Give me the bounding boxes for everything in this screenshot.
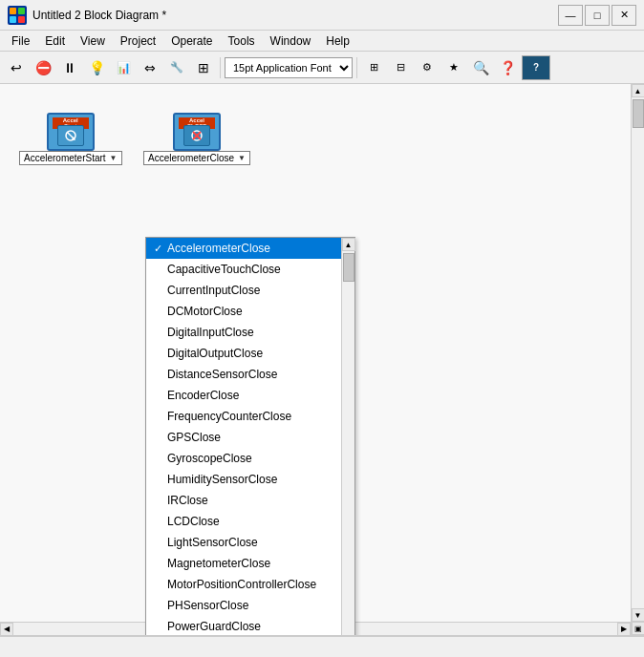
dropdown-item-label-7: EncoderClose — [167, 389, 239, 402]
svg-rect-1 — [10, 8, 16, 14]
block-close-label: AccelerometerClose — [148, 153, 234, 163]
dropdown-item-17[interactable]: PHSensorClose — [146, 595, 354, 616]
dropdown-item-10[interactable]: GyroscopeClose — [146, 448, 354, 469]
dropdown-item-label-6: DistanceSensorClose — [167, 368, 277, 381]
scroll-left-arrow[interactable]: ◀ — [0, 623, 13, 636]
dropdown-item-4[interactable]: DigitalInputClose — [146, 322, 354, 343]
accel-close-body — [183, 125, 210, 146]
dropdown-item-label-11: HumiditySensorClose — [167, 473, 277, 486]
canvas-scrollbar-v[interactable]: ▲ ▼ ▣ — [631, 84, 644, 635]
tb-align-button[interactable]: ⊞ — [361, 55, 386, 80]
block-start-icon: AccelStart — [47, 113, 95, 151]
dropdown-item-label-18: PowerGuardClose — [167, 620, 261, 633]
dropdown-item-14[interactable]: LightSensorClose — [146, 532, 354, 553]
tb-zoom-button[interactable]: 🔍 — [468, 55, 493, 80]
tb-back-button[interactable]: ↩ — [4, 55, 29, 80]
menu-bar: FileEditViewProjectOperateToolsWindowHel… — [0, 31, 644, 52]
minimize-button[interactable]: — — [558, 5, 583, 26]
dropdown-item-label-3: DCMotorClose — [167, 305, 243, 318]
block-start[interactable]: AccelStart AccelerometerStart ▼ — [19, 113, 122, 165]
context-help-button[interactable]: ? — [522, 55, 550, 80]
menu-item-tools[interactable]: Tools — [221, 31, 263, 51]
dropdown-item-label-12: IRClose — [167, 494, 208, 507]
dropdown-item-label-14: LightSensorClose — [167, 536, 258, 549]
tb-star-button[interactable]: ★ — [441, 55, 466, 80]
block-close[interactable]: AccelCLOSE AccelerometerClose ▼ — [143, 113, 250, 165]
dropdown-item-label-15: MagnetometerClose — [167, 557, 270, 570]
tb-distribute-button[interactable]: ⊟ — [388, 55, 413, 80]
scroll-up-arrow[interactable]: ▲ — [632, 84, 645, 97]
dropdown-item-12[interactable]: IRClose — [146, 490, 354, 511]
dropdown-item-8[interactable]: FrequencyCounterClose — [146, 406, 354, 427]
title-bar: Untitled 2 Block Diagram * — □ ✕ — [0, 0, 644, 31]
status-bar — [0, 636, 644, 657]
dropdown-item-0[interactable]: ✓AccelerometerClose — [146, 238, 354, 259]
dropdown-item-6[interactable]: DistanceSensorClose — [146, 364, 354, 385]
toolbar-separator-2 — [356, 57, 357, 78]
menu-item-file[interactable]: File — [4, 31, 37, 51]
dropdown-item-1[interactable]: CapacitiveTouchClose — [146, 259, 354, 280]
canvas-area: AccelStart AccelerometerStart ▼ AccelCLO… — [0, 84, 644, 636]
menu-item-operate[interactable]: Operate — [163, 31, 220, 51]
dropdown-item-label-0: AccelerometerClose — [167, 242, 270, 255]
tb-chart-button[interactable]: 📊 — [111, 55, 136, 80]
maximize-button[interactable]: □ — [585, 5, 610, 26]
window-title: Untitled 2 Block Diagram * — [32, 9, 558, 22]
dropdown-item-9[interactable]: GPSClose — [146, 427, 354, 448]
close-button[interactable]: ✕ — [612, 5, 636, 26]
tb-gear-button[interactable]: ⚙ — [415, 55, 440, 80]
dropdown-item-5[interactable]: DigitalOutputClose — [146, 343, 354, 364]
block-close-dropdown-arrow: ▼ — [238, 154, 246, 162]
dropdown-item-15[interactable]: MagnetometerClose — [146, 553, 354, 574]
block-start-label-container[interactable]: AccelerometerStart ▼ — [19, 151, 122, 165]
dropdown-item-3[interactable]: DCMotorClose — [146, 301, 354, 322]
dropdown-item-label-8: FrequencyCounterClose — [167, 410, 291, 423]
toolbar: ↩ ⛔ ⏸ 💡 📊 ⇔ 🔧 ⊞ 15pt Application Font ⊞ … — [0, 52, 644, 84]
svg-rect-4 — [18, 16, 25, 23]
tb-pause-button[interactable]: ⏸ — [57, 55, 82, 80]
dropdown-item-label-13: LCDClose — [167, 515, 220, 528]
scroll-right-arrow[interactable]: ▶ — [617, 623, 631, 636]
dropdown-item-18[interactable]: PowerGuardClose — [146, 616, 354, 636]
window-controls: — □ ✕ — [558, 5, 636, 26]
tb-grid-button[interactable]: ⊞ — [191, 55, 216, 80]
dropdown-scroll-thumb[interactable] — [343, 253, 354, 282]
dropdown-item-label-4: DigitalInputClose — [167, 326, 254, 339]
scroll-corner: ▣ — [632, 622, 645, 635]
dropdown-item-7[interactable]: EncoderClose — [146, 385, 354, 406]
menu-item-window[interactable]: Window — [263, 31, 319, 51]
svg-rect-3 — [10, 16, 16, 23]
dropdown-scrollbar[interactable]: ▲ ▼ — [341, 238, 354, 636]
app-icon — [8, 6, 27, 25]
dropdown-item-label-1: CapacitiveTouchClose — [167, 263, 281, 276]
scroll-thumb-v[interactable] — [633, 99, 644, 128]
dropdown-item-label-2: CurrentInputClose — [167, 284, 260, 297]
scroll-down-arrow[interactable]: ▼ — [632, 608, 645, 622]
menu-item-edit[interactable]: Edit — [37, 31, 73, 51]
tb-arrows-button[interactable]: ⇔ — [138, 55, 162, 80]
dropdown-item-13[interactable]: LCDClose — [146, 511, 354, 532]
tb-bulb-button[interactable]: 💡 — [84, 55, 109, 80]
dropdown-scroll-up[interactable]: ▲ — [342, 238, 355, 251]
menu-item-view[interactable]: View — [73, 31, 113, 51]
menu-item-project[interactable]: Project — [113, 31, 163, 51]
block-close-label-container[interactable]: AccelerometerClose ▼ — [143, 151, 250, 165]
dropdown-item-label-9: GPSClose — [167, 431, 221, 444]
font-dropdown[interactable]: 15pt Application Font — [225, 57, 353, 78]
menu-item-help[interactable]: Help — [318, 31, 357, 51]
dropdown-list: ✓AccelerometerCloseCapacitiveTouchCloseC… — [146, 238, 354, 636]
tb-tool-button[interactable]: 🔧 — [164, 55, 189, 80]
dropdown-item-2[interactable]: CurrentInputClose — [146, 280, 354, 301]
dropdown-menu: ✓AccelerometerCloseCapacitiveTouchCloseC… — [145, 237, 355, 636]
dropdown-item-11[interactable]: HumiditySensorClose — [146, 469, 354, 490]
tb-help-button[interactable]: ❓ — [495, 55, 520, 80]
tb-abort-button[interactable]: ⛔ — [31, 55, 55, 80]
block-start-dropdown-arrow: ▼ — [110, 154, 118, 162]
dropdown-item-label-10: GyroscopeClose — [167, 452, 252, 465]
accel-close-graphic: AccelCLOSE — [179, 117, 215, 146]
dropdown-item-16[interactable]: MotorPositionControllerClose — [146, 574, 354, 595]
accel-start-graphic: AccelStart — [53, 117, 89, 146]
block-close-icon: AccelCLOSE — [173, 113, 221, 151]
block-start-label: AccelerometerStart — [24, 153, 106, 163]
accel-start-body — [57, 125, 84, 146]
